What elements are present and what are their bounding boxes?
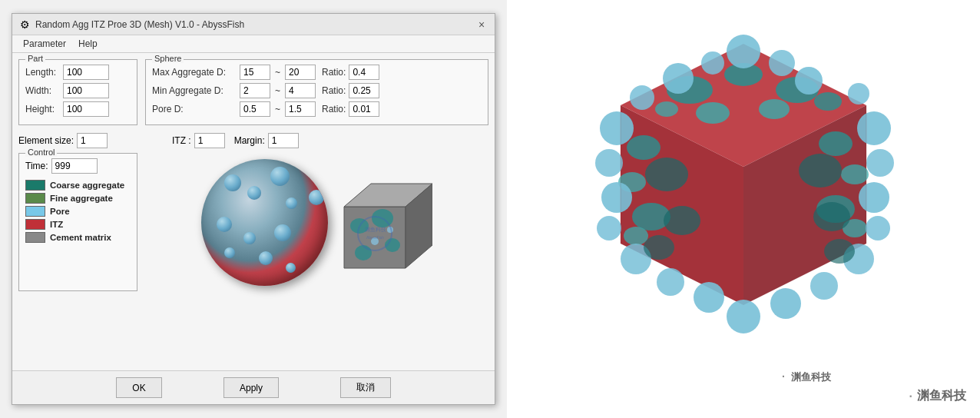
top-section: Part Length: Width: Height: xyxy=(18,59,488,125)
svg-point-57 xyxy=(813,202,850,231)
brand-name: 渊鱼科技 xyxy=(917,388,966,404)
svg-text:渊鱼科技: 渊鱼科技 xyxy=(791,371,832,383)
svg-point-56 xyxy=(799,154,842,187)
cancel-button[interactable]: 取消 xyxy=(340,377,391,398)
legend-pore: Pore xyxy=(25,206,131,217)
length-row: Length: xyxy=(25,65,131,80)
pore-label: Pore D: xyxy=(152,104,237,114)
svg-point-55 xyxy=(644,235,674,260)
max-agg-tilde: ~ xyxy=(275,67,280,78)
max-agg-val1-input[interactable] xyxy=(240,65,270,80)
svg-point-35 xyxy=(727,35,760,68)
itz-input[interactable] xyxy=(194,133,225,148)
min-agg-val1-input[interactable] xyxy=(240,83,270,98)
cement-label: Cement matrix xyxy=(50,233,111,242)
svg-point-44 xyxy=(694,282,724,313)
width-row: Width: xyxy=(25,83,131,98)
length-label: Length: xyxy=(25,67,60,78)
main-dialog: ⚙ Random Agg ITZ Proe 3D (Mesh) V1.0 - A… xyxy=(12,13,495,405)
mid-section: Control Time: Coarse aggregate xyxy=(18,153,488,291)
margin-label: Margin: xyxy=(234,135,265,146)
legend-coarse: Coarse aggregate xyxy=(25,180,131,191)
svg-point-19 xyxy=(696,102,730,124)
time-row: Time: xyxy=(25,158,131,174)
svg-point-41 xyxy=(597,216,621,241)
margin-input[interactable] xyxy=(268,133,299,148)
pore-legend-label: Pore xyxy=(50,207,70,216)
pore-ratio-input[interactable] xyxy=(349,101,379,117)
itz-label: ITZ : xyxy=(172,135,191,146)
control-group-label: Control xyxy=(25,148,57,157)
cement-swatch xyxy=(25,232,45,243)
control-group: Control Time: Coarse aggregate xyxy=(18,153,137,291)
svg-point-40 xyxy=(601,182,632,213)
brand-dot: · xyxy=(909,390,912,403)
apply-button[interactable]: Apply xyxy=(223,377,279,398)
svg-point-24 xyxy=(841,164,869,184)
max-agg-val2-input[interactable] xyxy=(285,65,316,80)
svg-point-33 xyxy=(630,85,654,110)
min-agg-tilde: ~ xyxy=(275,85,280,96)
max-agg-label: Max Aggregate D: xyxy=(152,67,237,78)
coarse-label: Coarse aggregate xyxy=(50,181,124,190)
svg-point-39 xyxy=(595,149,623,177)
part-group-label: Part xyxy=(25,54,45,63)
svg-point-30 xyxy=(624,227,648,245)
svg-point-6 xyxy=(355,245,372,260)
time-label: Time: xyxy=(25,161,48,171)
ok-button[interactable]: OK xyxy=(116,377,162,398)
legend-fine: Fine aggregate xyxy=(25,193,131,204)
height-row: Height: xyxy=(25,101,131,117)
sphere-group: Sphere Max Aggregate D: ~ Ratio: xyxy=(145,59,488,125)
menu-parameter[interactable]: Parameter xyxy=(17,37,72,51)
max-agg-row: Max Aggregate D: ~ Ratio: xyxy=(152,65,482,80)
svg-text:渊鱼科技: 渊鱼科技 xyxy=(365,227,386,232)
pore-tilde: ~ xyxy=(275,104,280,114)
pore-val2-input[interactable] xyxy=(285,101,316,117)
close-button[interactable]: × xyxy=(475,18,488,32)
sphere-preview xyxy=(201,159,328,286)
svg-point-53 xyxy=(645,158,688,191)
length-input[interactable] xyxy=(63,65,109,80)
max-agg-ratio-label: Ratio: xyxy=(322,67,346,78)
fine-swatch xyxy=(25,193,45,204)
svg-point-50 xyxy=(810,272,838,300)
cube-preview: 渊鱼科技 AbyssFish xyxy=(333,168,432,276)
min-agg-ratio-input[interactable] xyxy=(349,83,379,98)
min-agg-val2-input[interactable] xyxy=(285,83,316,98)
svg-text:·: · xyxy=(782,370,785,383)
svg-point-54 xyxy=(664,206,700,235)
legend: Coarse aggregate Fine aggregate Pore xyxy=(25,180,131,243)
preview-area: 渊鱼科技 AbyssFish xyxy=(145,153,488,291)
svg-point-47 xyxy=(859,182,889,213)
height-label: Height: xyxy=(25,104,60,114)
part-group: Part Length: Width: Height: xyxy=(18,59,137,125)
brand-watermark: · 渊鱼科技 xyxy=(909,388,966,404)
svg-point-38 xyxy=(600,111,634,145)
svg-text:AbyssFish: AbyssFish xyxy=(366,235,384,240)
svg-point-45 xyxy=(857,111,891,145)
min-agg-row: Min Aggregate D: ~ Ratio: xyxy=(152,83,482,98)
svg-point-58 xyxy=(824,239,855,264)
element-size-label: Element size: xyxy=(18,135,74,146)
viz-area: · 渊鱼科技 · 渊鱼科技 xyxy=(507,0,980,418)
element-size-input[interactable] xyxy=(77,133,108,148)
pore-row: Pore D: ~ Ratio: xyxy=(152,101,482,117)
svg-point-37 xyxy=(769,50,795,76)
menu-bar: Parameter Help xyxy=(12,35,495,53)
menu-help[interactable]: Help xyxy=(72,37,104,51)
width-input[interactable] xyxy=(63,83,109,98)
height-input[interactable] xyxy=(63,101,109,117)
svg-point-23 xyxy=(819,131,853,156)
svg-point-48 xyxy=(866,216,890,241)
title-bar: ⚙ Random Agg ITZ Proe 3D (Mesh) V1.0 - A… xyxy=(12,14,495,35)
svg-point-43 xyxy=(657,268,684,296)
pore-val1-input[interactable] xyxy=(240,101,270,117)
min-agg-ratio-label: Ratio: xyxy=(322,85,346,96)
svg-point-34 xyxy=(848,83,869,104)
width-label: Width: xyxy=(25,85,60,96)
dialog-footer: OK Apply 取消 xyxy=(12,370,495,404)
app-icon: ⚙ xyxy=(18,18,31,31)
max-agg-ratio-input[interactable] xyxy=(349,65,379,80)
time-input[interactable] xyxy=(51,158,98,174)
